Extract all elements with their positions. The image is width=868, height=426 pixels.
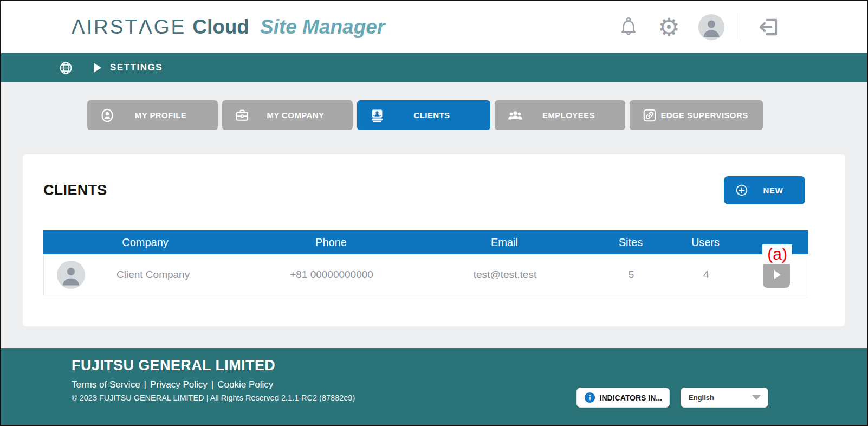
top-header: ΛIRSTΛGE Cloud Site Manager ⚙: [1, 1, 867, 53]
id-badge-icon: [369, 107, 385, 124]
footer-controls: INDICATORS IN... English: [576, 388, 768, 408]
app-window: ΛIRSTΛGE Cloud Site Manager ⚙: [0, 0, 868, 426]
footer-company-name: FUJITSU GENERAL LIMITED: [72, 357, 867, 374]
cell-email: test@test.test: [416, 269, 594, 281]
tab-label: MY PROFILE: [115, 111, 212, 120]
settings-tabs: MY PROFILE MY COMPANY: [87, 100, 867, 130]
indicators-info-button[interactable]: INDICATORS IN...: [576, 388, 670, 408]
profile-icon: [99, 107, 115, 124]
cell-users: 4: [668, 269, 744, 281]
page-title: CLIENTS: [43, 182, 107, 199]
briefcase-icon: [234, 107, 250, 124]
plus-circle-icon: [735, 183, 749, 197]
cell-actions: [744, 262, 809, 288]
gear-icon[interactable]: ⚙: [658, 15, 680, 39]
tab-my-company[interactable]: MY COMPANY: [222, 100, 353, 130]
tab-label: EDGE SUPERVISORS: [658, 111, 757, 120]
col-header-email: Email: [415, 236, 594, 249]
cell-phone: +81 00000000000: [248, 269, 416, 281]
brand-product: Site Manager: [260, 16, 385, 38]
info-icon: [584, 392, 595, 403]
table-row[interactable]: Client Company +81 00000000000 test@test…: [43, 254, 808, 295]
new-client-button[interactable]: NEW: [724, 176, 805, 204]
tab-label: CLIENTS: [385, 111, 485, 120]
new-button-label: NEW: [749, 186, 805, 195]
tab-edge-supervisors[interactable]: EDGE SUPERVISORS: [630, 100, 763, 130]
link-square-icon: [642, 107, 658, 124]
gear-glyph: ⚙: [658, 15, 680, 39]
group-icon: [507, 107, 524, 124]
terms-of-service-link[interactable]: Terms of Service: [72, 379, 140, 390]
chevron-down-icon: [752, 395, 761, 400]
breadcrumb-bar: SETTINGS: [1, 53, 867, 82]
tab-label: EMPLOYEES: [524, 111, 620, 120]
clients-panel-header: CLIENTS NEW: [23, 154, 845, 204]
open-client-button[interactable]: [763, 262, 790, 288]
page-footer: FUJITSU GENERAL LIMITED Terms of Service…: [1, 348, 867, 425]
language-value: English: [689, 393, 714, 402]
cell-sites: 5: [594, 269, 668, 281]
language-select[interactable]: English: [681, 388, 768, 408]
logout-icon[interactable]: [757, 16, 780, 38]
breadcrumb-section[interactable]: SETTINGS: [110, 62, 163, 73]
tab-my-profile[interactable]: MY PROFILE: [87, 100, 218, 130]
annotation-a: (a): [762, 244, 792, 264]
bell-icon[interactable]: [618, 15, 639, 39]
brand-airstage: ΛIRSTΛGE: [72, 16, 186, 38]
user-avatar[interactable]: [698, 14, 724, 40]
brand-cloud: Cloud: [192, 16, 249, 38]
main-content: MY PROFILE MY COMPANY: [1, 82, 867, 348]
breadcrumb-arrow-icon: [94, 63, 101, 73]
client-avatar: [44, 261, 109, 289]
col-header-sites: Sites: [594, 236, 668, 249]
col-header-users: Users: [668, 236, 743, 249]
tab-clients[interactable]: CLIENTS: [357, 100, 490, 130]
chevron-right-icon: [774, 270, 781, 279]
clients-panel: CLIENTS NEW Company Phone Email: [23, 154, 845, 326]
tab-label: MY COMPANY: [250, 111, 347, 120]
clients-table-header: Company Phone Email Sites Users: [43, 230, 808, 254]
col-header-company: Company: [43, 236, 247, 249]
header-actions: ⚙: [618, 13, 780, 41]
privacy-policy-link[interactable]: Privacy Policy: [150, 379, 208, 390]
brand-logo: ΛIRSTΛGE Cloud Site Manager: [72, 16, 385, 38]
indicators-label: INDICATORS IN...: [600, 393, 662, 402]
cell-company: Client Company: [109, 269, 248, 281]
globe-icon[interactable]: [59, 61, 73, 75]
clients-table: Company Phone Email Sites Users: [43, 230, 808, 295]
cookie-policy-link[interactable]: Cookie Policy: [217, 379, 273, 390]
link-separator: |: [211, 379, 213, 390]
header-divider: [741, 13, 741, 41]
tab-employees[interactable]: EMPLOYEES: [495, 100, 625, 130]
link-separator: |: [144, 379, 146, 390]
col-header-phone: Phone: [247, 236, 415, 249]
